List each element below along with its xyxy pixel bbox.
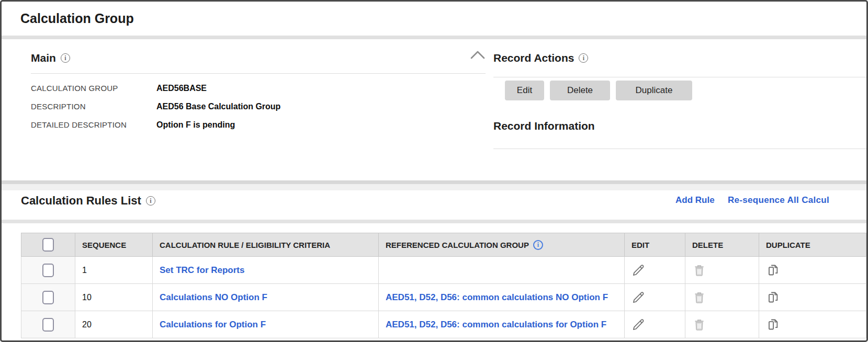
referenced-group-link[interactable]: AED51, D52, D56: common calculations for… — [386, 320, 606, 329]
duplicate-cell — [759, 257, 866, 284]
row-checkbox[interactable] — [42, 291, 54, 304]
main-fields: CALCULATION GROUP AED56BASE DESCRIPTION … — [31, 79, 470, 134]
delete-cell — [685, 311, 759, 338]
column-header-duplicate: DUPLICATE — [759, 233, 866, 257]
record-actions-heading: Record Actions — [493, 52, 588, 64]
field-calculation-group: CALCULATION GROUP AED56BASE — [31, 79, 470, 97]
referenced-group-link[interactable]: AED51, D52, D56: common calculations NO … — [386, 292, 608, 302]
copy-icon[interactable] — [766, 263, 780, 277]
add-rule-link[interactable]: Add Rule — [675, 195, 715, 206]
record-information-divider — [493, 149, 866, 149]
field-label: CALCULATION GROUP — [31, 84, 156, 93]
copy-icon[interactable] — [766, 317, 780, 332]
rules-list-heading: Calculation Rules List — [21, 194, 155, 208]
main-section-divider — [31, 73, 486, 74]
duplicate-cell — [759, 311, 866, 338]
info-icon[interactable] — [533, 240, 543, 250]
duplicate-button[interactable]: Duplicate — [616, 81, 692, 100]
table-top-divider — [2, 220, 866, 223]
trash-icon[interactable] — [692, 290, 706, 304]
delete-button[interactable]: Delete — [550, 81, 610, 100]
pencil-icon[interactable] — [632, 317, 646, 332]
main-section-heading: Main — [31, 52, 70, 64]
field-detailed-description: DETAILED DESCRIPTION Option F is pending — [31, 116, 470, 134]
referenced-group-cell: AED51, D52, D56: common calculations NO … — [379, 284, 625, 311]
column-header-rule: CALCULATION RULE / ELIGIBILITY CRITERIA — [153, 233, 379, 257]
field-value: AED56 Base Calculation Group — [156, 102, 280, 111]
field-value: AED56BASE — [156, 84, 207, 93]
select-all-header-cell — [21, 233, 75, 257]
section-divider — [2, 184, 866, 190]
rule-cell: Set TRC for Reports — [153, 257, 379, 284]
trash-icon[interactable] — [692, 317, 706, 332]
row-select-cell — [21, 311, 75, 338]
rule-link[interactable]: Calculations for Option F — [160, 320, 266, 329]
record-information-heading: Record Information — [493, 120, 595, 132]
column-header-referenced-group: REFERENCED CALCULATION GROUP — [379, 233, 625, 257]
header-divider — [2, 36, 866, 39]
rule-link[interactable]: Calculations NO Option F — [160, 292, 267, 302]
table-row: 20 Calculations for Option F AED51, D52,… — [21, 311, 866, 338]
row-checkbox[interactable] — [42, 318, 54, 332]
table-row: 10 Calculations NO Option F AED51, D52, … — [21, 284, 866, 311]
edit-cell — [625, 311, 685, 338]
pencil-icon[interactable] — [632, 263, 646, 277]
main-section-title: Main — [31, 52, 56, 64]
sequence-cell: 1 — [75, 257, 153, 284]
record-actions-divider — [493, 77, 866, 77]
select-all-checkbox[interactable] — [42, 238, 54, 252]
record-actions-buttons: Edit Delete Duplicate — [505, 81, 692, 100]
field-value: Option F is pending — [156, 120, 235, 130]
column-header-referenced-group-label: REFERENCED CALCULATION GROUP — [386, 241, 529, 249]
calculation-group-page: Calculation Group Main CALCULATION GROUP… — [0, 0, 868, 342]
pencil-icon[interactable] — [632, 290, 646, 304]
referenced-group-cell — [379, 257, 625, 284]
table-row: 1 Set TRC for Reports — [21, 257, 866, 284]
row-select-cell — [21, 257, 75, 284]
delete-cell — [685, 257, 759, 284]
calculation-rules-table: SEQUENCE CALCULATION RULE / ELIGIBILITY … — [21, 233, 866, 338]
delete-cell — [685, 284, 759, 311]
info-icon[interactable] — [61, 53, 70, 63]
rule-cell: Calculations for Option F — [153, 311, 379, 338]
edit-button[interactable]: Edit — [505, 81, 544, 100]
column-header-edit: EDIT — [625, 233, 685, 257]
field-label: DETAILED DESCRIPTION — [31, 120, 156, 129]
rules-list-title: Calculation Rules List — [21, 194, 141, 208]
chevron-up-icon[interactable] — [469, 50, 486, 60]
record-information-title: Record Information — [493, 120, 595, 132]
copy-icon[interactable] — [766, 290, 780, 304]
info-icon[interactable] — [146, 196, 155, 206]
trash-icon[interactable] — [692, 263, 706, 277]
resequence-all-link[interactable]: Re-sequence All Calcul — [728, 195, 829, 206]
referenced-group-cell: AED51, D52, D56: common calculations for… — [379, 311, 625, 338]
rule-link[interactable]: Set TRC for Reports — [160, 265, 244, 275]
page-title: Calculation Group — [20, 11, 134, 26]
table-header-row: SEQUENCE CALCULATION RULE / ELIGIBILITY … — [21, 233, 866, 257]
edit-cell — [625, 257, 685, 284]
column-header-delete: DELETE — [685, 233, 759, 257]
rule-cell: Calculations NO Option F — [153, 284, 379, 311]
field-label: DESCRIPTION — [31, 102, 156, 111]
column-header-sequence: SEQUENCE — [75, 233, 153, 257]
row-select-cell — [21, 284, 75, 311]
section-divider — [2, 180, 866, 184]
sequence-cell: 10 — [75, 284, 153, 311]
info-icon[interactable] — [579, 53, 588, 63]
record-actions-title: Record Actions — [493, 52, 574, 64]
sequence-cell: 20 — [75, 311, 153, 338]
row-checkbox[interactable] — [42, 264, 54, 277]
field-description: DESCRIPTION AED56 Base Calculation Group — [31, 97, 470, 116]
edit-cell — [625, 284, 685, 311]
duplicate-cell — [759, 284, 866, 311]
